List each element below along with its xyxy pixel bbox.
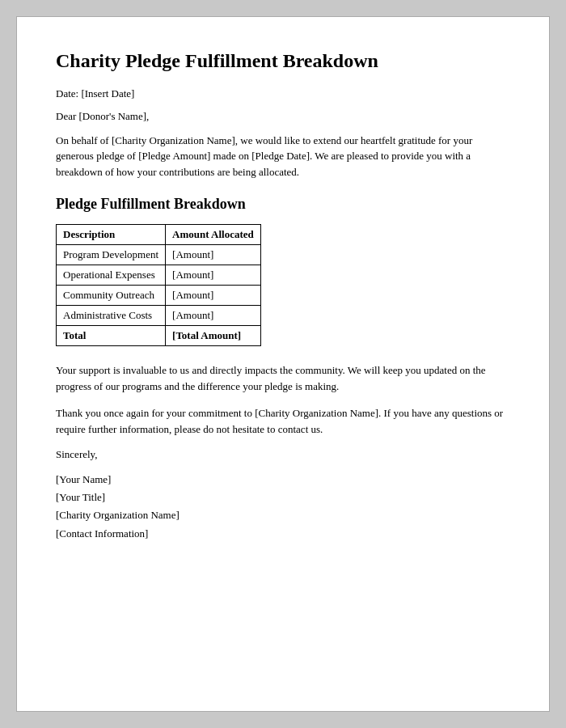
support-paragraph: Your support is invaluable to us and dir… <box>56 362 510 394</box>
signature-title: [Your Title] <box>56 489 510 506</box>
section-title: Pledge Fulfillment Breakdown <box>56 196 510 213</box>
col-header-amount: Amount Allocated <box>166 225 261 245</box>
document-title: Charity Pledge Fulfillment Breakdown <box>56 49 510 73</box>
breakdown-table: Description Amount Allocated Program Dev… <box>56 224 261 346</box>
total-label: Total <box>57 326 166 346</box>
signature-block: [Your Name] [Your Title] [Charity Organi… <box>56 471 510 542</box>
document-container: Charity Pledge Fulfillment Breakdown Dat… <box>16 16 550 712</box>
row-description: Community Outreach <box>57 286 166 306</box>
signature-organization: [Charity Organization Name] <box>56 506 510 524</box>
intro-paragraph: On behalf of [Charity Organization Name]… <box>56 133 510 180</box>
thankyou-paragraph: Thank you once again for your commitment… <box>56 405 510 437</box>
closing: Sincerely, <box>56 448 510 461</box>
row-amount: [Amount] <box>166 306 261 326</box>
table-row: Program Development[Amount] <box>57 245 261 265</box>
total-amount: [Total Amount] <box>166 326 261 346</box>
table-row: Community Outreach[Amount] <box>57 286 261 306</box>
signature-contact: [Contact Information] <box>56 525 510 543</box>
table-row: Administrative Costs[Amount] <box>57 306 261 326</box>
row-amount: [Amount] <box>166 245 261 265</box>
salutation: Dear [Donor's Name], <box>56 110 510 123</box>
row-amount: [Amount] <box>166 265 261 286</box>
row-amount: [Amount] <box>166 286 261 306</box>
table-total-row: Total[Total Amount] <box>57 326 261 346</box>
row-description: Administrative Costs <box>57 306 166 326</box>
row-description: Program Development <box>57 245 166 265</box>
col-header-description: Description <box>57 225 166 245</box>
date-line: Date: [Insert Date] <box>56 87 510 100</box>
row-description: Operational Expenses <box>57 265 166 286</box>
table-row: Operational Expenses[Amount] <box>57 265 261 286</box>
signature-name: [Your Name] <box>56 471 510 489</box>
